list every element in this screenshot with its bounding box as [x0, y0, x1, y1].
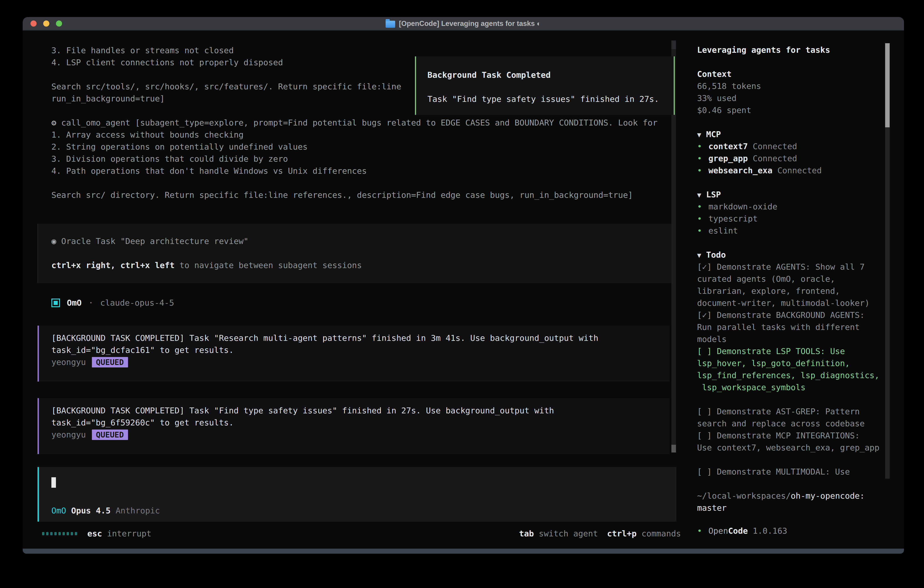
task-message-text: task_id="bg_dcfac161" to get results. — [51, 344, 670, 356]
status-badge: QUEUED — [92, 357, 128, 367]
mcp-item: •websearch_exa Connected — [697, 164, 881, 177]
todo-item-done: [✓] Demonstrate AGENTS: Show all 7 curat… — [697, 261, 881, 309]
minimize-button[interactable] — [43, 20, 50, 26]
window-bottom-edge — [23, 549, 904, 554]
input-agent-name: OmO — [51, 506, 66, 515]
toast-title: Background Task Completed — [427, 69, 674, 81]
bullet-icon: • — [697, 201, 702, 213]
todo-item-pending: [ ] Demonstrate MCP INTEGRATIONS: Use co… — [697, 429, 881, 454]
status-badge: QUEUED — [92, 429, 128, 440]
shortcut-description: to navigate between subagent sessions — [175, 261, 362, 270]
chevron-down-icon: ▼ — [697, 191, 701, 199]
session-title: Leveraging agents for tasks — [697, 31, 881, 56]
main-scrollbar-thumb[interactable] — [672, 445, 676, 453]
bullet-icon: • — [697, 152, 702, 164]
message-author: yeongyu — [51, 430, 86, 439]
oracle-task-box: ◉ Oracle Task "Deep architecture review"… — [38, 224, 672, 283]
close-button[interactable] — [30, 20, 36, 26]
mcp-section-header[interactable]: ▼ MCP — [697, 128, 881, 140]
context-header: Context — [697, 68, 881, 80]
separator-dot: · — [88, 298, 94, 307]
tool-call-line: 2. String operations on potentially unde… — [38, 141, 676, 153]
window-title-text: [OpenCode] Leveraging agents for tasks ◐ — [399, 20, 541, 28]
mcp-item: •context7 Connected — [697, 140, 881, 152]
tool-call-line: 1. Array access without bounds checking — [38, 129, 676, 141]
todo-section-header[interactable]: ▼ Todo — [697, 249, 881, 261]
traffic-lights — [30, 17, 62, 30]
bullet-icon: • — [697, 140, 702, 152]
agent-square-icon — [51, 299, 60, 307]
todo-item-pending: [ ] Demonstrate MULTIMODAL: Use — [697, 466, 881, 478]
todo-item-pending: [ ] Demonstrate AST-GREP: Pattern search… — [697, 405, 881, 429]
title-bar[interactable]: [OpenCode] Leveraging agents for tasks ◐ — [23, 17, 904, 31]
workspace-path: ~/local-workspaces/oh-my-opencode: — [697, 490, 881, 502]
subagent-nav-hint: ctrl+x right, ctrl+x left to navigate be… — [51, 259, 672, 271]
app-version: • OpenCode 1.0.163 — [697, 525, 881, 537]
tool-call-line: 4. Path operations that don't handle Win… — [38, 165, 676, 177]
bullet-icon: • — [697, 213, 702, 225]
sidebar-scrollbar-thumb[interactable] — [885, 43, 890, 127]
workspace-branch: master — [697, 502, 881, 514]
bullet-icon: • — [697, 225, 702, 237]
shortcut-switch-agent: tab switch agent — [519, 529, 598, 538]
tool-call-line: Search src/ directory. Return specific f… — [38, 189, 676, 201]
spinner-dots-icon — [42, 532, 77, 535]
background-task-toast: Background Task Completed Task "Find typ… — [415, 56, 675, 115]
chevron-down-icon: ▼ — [697, 131, 701, 139]
desktop: [OpenCode] Leveraging agents for tasks ◐… — [0, 0, 924, 588]
terminal-window: [OpenCode] Leveraging agents for tasks ◐… — [23, 17, 904, 554]
shortcut-interrupt: esc interrupt — [87, 529, 152, 538]
gear-icon: ⚙ — [51, 118, 61, 127]
zoom-button[interactable] — [56, 20, 62, 26]
task-message-text: [BACKGROUND TASK COMPLETED] Task "Find t… — [51, 405, 670, 416]
toast-body: Task "Find type safety issues" finished … — [427, 93, 674, 105]
folder-icon — [386, 21, 395, 28]
prompt-input[interactable]: OmO Opus 4.5 Anthropic — [38, 467, 676, 522]
tool-call-line: ⚙ call_omo_agent [subagent_type=explore,… — [38, 117, 676, 129]
message-author: yeongyu — [51, 357, 86, 367]
agent-model: claude-opus-4-5 — [100, 298, 174, 307]
bullet-icon: • — [697, 164, 702, 177]
task-message-text: [BACKGROUND TASK COMPLETED] Task "Resear… — [51, 332, 670, 344]
todo-item-active: [ ] Demonstrate LSP TOOLS: Use lsp_hover… — [697, 345, 881, 393]
shortcut-commands: ctrl+p commands — [607, 529, 681, 538]
shortcut-keys: ctrl+x right, ctrl+x left — [51, 261, 175, 270]
lsp-item: •markdown-oxide — [697, 201, 881, 213]
task-message: [BACKGROUND TASK COMPLETED] Task "Find t… — [38, 398, 670, 454]
main-scrollbar-segment — [672, 40, 676, 49]
input-provider-name: Anthropic — [116, 506, 160, 515]
context-spent: $0.46 spent — [697, 104, 881, 116]
input-model-info: OmO Opus 4.5 Anthropic — [51, 506, 670, 515]
agent-name: OmO — [67, 298, 82, 307]
tool-call-line: 3. Division operations that could divide… — [38, 153, 676, 165]
lsp-item: •eslint — [697, 225, 881, 237]
lsp-item: •typescript — [697, 213, 881, 225]
record-icon: ◉ — [51, 236, 61, 246]
tool-call-line — [38, 177, 676, 189]
oracle-task-title: ◉ Oracle Task "Deep architecture review" — [51, 235, 672, 247]
text-cursor — [51, 477, 56, 488]
agent-header: OmO · claude-opus-4-5 — [38, 297, 676, 309]
input-model-name: Opus 4.5 — [71, 506, 111, 515]
todo-item-done: [✓] Demonstrate BACKGROUND AGENTS: Run p… — [697, 309, 881, 345]
bullet-icon: • — [697, 526, 702, 535]
task-message-text: task_id="bg_6f59260c" to get results. — [51, 416, 670, 429]
context-used: 33% used — [697, 92, 881, 104]
mcp-item: •grep_app Connected — [697, 152, 881, 164]
chevron-down-icon: ▼ — [697, 251, 701, 259]
scrollback-line: 3. File handles or streams not closed — [38, 45, 676, 56]
lsp-section-header[interactable]: ▼ LSP — [697, 188, 881, 201]
window-title: [OpenCode] Leveraging agents for tasks ◐ — [386, 20, 541, 28]
sidebar-scrollbar[interactable] — [885, 43, 890, 479]
task-message: [BACKGROUND TASK COMPLETED] Task "Resear… — [38, 325, 670, 382]
status-bar: esc interrupt tab switch agent ctrl+p co… — [38, 527, 681, 540]
session-sidebar: Leveraging agents for tasks Context 66,5… — [697, 31, 881, 537]
context-tokens: 66,518 tokens — [697, 80, 881, 92]
tool-call-text: call_omo_agent [subagent_type=explore, p… — [61, 118, 658, 127]
